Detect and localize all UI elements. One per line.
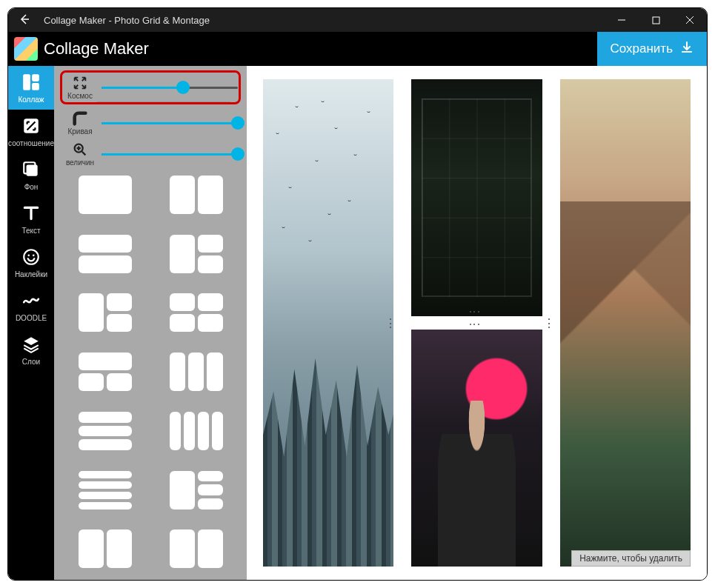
zoom-icon xyxy=(72,141,88,158)
layout-templates xyxy=(54,168,247,578)
slider-label: Кривая xyxy=(67,127,92,136)
save-button-label: Сохранить xyxy=(611,41,673,56)
collage-cell[interactable] xyxy=(560,79,691,567)
layout-template[interactable] xyxy=(79,471,132,510)
collage-panel: Космос Кривая xyxy=(54,66,247,580)
hint-tooltip[interactable]: Нажмите, чтобы удалить xyxy=(571,550,691,567)
resize-handle-vertical[interactable]: ⋮ xyxy=(385,318,397,330)
back-button[interactable] xyxy=(8,13,41,27)
svg-rect-3 xyxy=(32,83,39,90)
app-window: Collage Maker - Photo Grid & Montage Col… xyxy=(7,7,708,581)
arrow-left-icon xyxy=(19,13,30,25)
maximize-icon xyxy=(652,16,660,24)
slider-track[interactable] xyxy=(102,153,238,156)
slider-space[interactable]: Космос xyxy=(54,66,247,101)
download-icon xyxy=(680,41,694,58)
layout-template[interactable] xyxy=(79,412,132,450)
text-icon xyxy=(21,203,41,224)
header-bar: Collage Maker Сохранить xyxy=(8,32,707,66)
layout-template[interactable] xyxy=(170,529,223,568)
layout-template[interactable] xyxy=(79,293,132,332)
minimize-button[interactable] xyxy=(605,8,639,32)
save-button[interactable]: Сохранить xyxy=(597,32,707,66)
maximize-button[interactable] xyxy=(639,8,673,32)
app-logo-text: Collage Maker xyxy=(44,39,149,59)
minimize-icon xyxy=(617,16,626,24)
layers-icon xyxy=(21,334,41,355)
background-icon xyxy=(21,159,41,180)
slider-curve[interactable]: Кривая xyxy=(54,106,247,137)
title-bar: Collage Maker - Photo Grid & Montage xyxy=(8,8,707,32)
slider-thumb[interactable] xyxy=(231,147,245,161)
sidebar: Коллаж соотношение Фон Текст Наклейки DO… xyxy=(8,66,54,580)
close-icon xyxy=(685,16,694,24)
collage-cell[interactable] xyxy=(411,79,542,316)
sidebar-item-text[interactable]: Текст xyxy=(8,197,54,241)
sidebar-item-label: Коллаж xyxy=(18,96,44,104)
sidebar-item-label: соотношение xyxy=(8,139,54,147)
sidebar-item-ratio[interactable]: соотношение xyxy=(8,110,54,153)
svg-point-8 xyxy=(27,255,30,257)
main-area: Коллаж соотношение Фон Текст Наклейки DO… xyxy=(8,66,707,580)
layout-template[interactable] xyxy=(170,353,223,391)
collage-cell[interactable] xyxy=(411,330,542,567)
layout-template[interactable] xyxy=(79,529,132,568)
svg-rect-0 xyxy=(653,17,659,24)
slider-label: Космос xyxy=(67,92,93,100)
doodle-icon xyxy=(21,290,41,311)
layout-template[interactable] xyxy=(79,235,132,273)
layout-template[interactable] xyxy=(170,471,223,510)
app-logo-icon xyxy=(14,37,38,61)
sidebar-item-doodle[interactable]: DOODLE xyxy=(8,284,54,328)
layout-template[interactable] xyxy=(79,176,132,214)
layout-template[interactable] xyxy=(170,293,223,332)
svg-point-7 xyxy=(24,250,39,264)
sidebar-item-layers[interactable]: Слои xyxy=(8,328,54,372)
expand-icon xyxy=(72,75,88,91)
slider-zoom[interactable]: величин xyxy=(54,137,247,168)
close-button[interactable] xyxy=(673,8,707,32)
svg-point-9 xyxy=(33,255,35,257)
sidebar-item-collage[interactable]: Коллаж xyxy=(8,66,54,110)
sidebar-item-stickers[interactable]: Наклейки xyxy=(8,241,54,284)
svg-rect-1 xyxy=(23,74,30,90)
layout-template[interactable] xyxy=(79,353,132,391)
layout-template[interactable] xyxy=(170,412,223,450)
sidebar-item-label: DOODLE xyxy=(16,314,47,322)
sidebar-item-label: Текст xyxy=(21,227,40,235)
slider-label: величин xyxy=(66,158,94,167)
layout-template[interactable] xyxy=(170,235,223,273)
collage-cell[interactable]: ˇˇˇ ˇˇˇ ˇˇˇ ˇˇˇ xyxy=(263,79,393,567)
window-title: Collage Maker - Photo Grid & Montage xyxy=(41,15,605,26)
slider-thumb[interactable] xyxy=(176,81,190,94)
svg-rect-2 xyxy=(32,74,39,81)
sticker-icon xyxy=(21,247,41,267)
slider-track[interactable] xyxy=(102,122,238,124)
sidebar-item-label: Слои xyxy=(22,358,40,366)
ratio-icon xyxy=(21,116,41,136)
resize-handle-horizontal[interactable]: ⋮⋮ xyxy=(468,306,480,331)
resize-handle-vertical[interactable]: ⋮ xyxy=(543,318,556,330)
corner-icon xyxy=(72,110,88,127)
sidebar-item-background[interactable]: Фон xyxy=(8,153,54,197)
collage-icon xyxy=(21,72,41,93)
slider-track[interactable] xyxy=(102,87,238,89)
layout-template[interactable] xyxy=(170,176,223,214)
collage-canvas: ˇˇˇ ˇˇˇ ˇˇˇ ˇˇˇ ⋮ ⋮ ⋮⋮ На xyxy=(247,66,707,580)
slider-thumb[interactable] xyxy=(231,116,245,130)
sidebar-item-label: Фон xyxy=(24,183,39,191)
sidebar-item-label: Наклейки xyxy=(15,270,47,278)
